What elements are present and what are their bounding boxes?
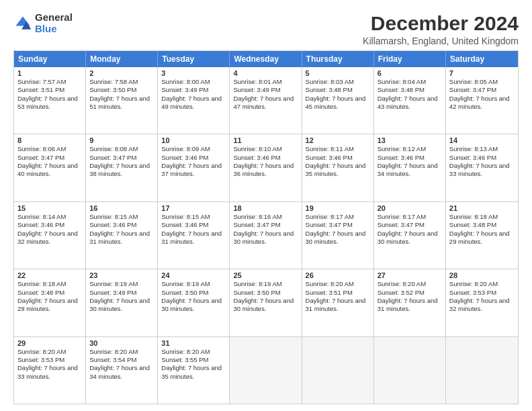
day-number: 15 [17,204,82,212]
day-cell-31: 31Sunrise: 8:20 AMSunset: 3:55 PMDayligh… [158,337,230,404]
empty-cell [230,337,302,404]
day-cell-22: 22Sunrise: 8:18 AMSunset: 3:48 PMDayligh… [14,269,86,336]
sunrise-text: Sunrise: 8:20 AM [161,348,226,356]
sunrise-text: Sunrise: 7:58 AM [89,78,154,86]
day-cell-27: 27Sunrise: 8:20 AMSunset: 3:52 PMDayligh… [374,269,446,336]
daylight-text: Daylight: 7 hours and 30 minutes. [306,230,370,246]
day-number: 31 [161,339,226,347]
daylight-text: Daylight: 7 hours and 31 minutes. [89,230,154,246]
sunset-text: Sunset: 3:50 PM [89,86,154,94]
day-cell-13: 13Sunrise: 8:12 AMSunset: 3:46 PMDayligh… [374,134,446,201]
day-number: 13 [378,136,442,144]
sunset-text: Sunset: 3:52 PM [378,289,442,297]
logo-blue: Blue [35,24,73,35]
daylight-text: Daylight: 7 hours and 35 minutes. [161,364,226,381]
calendar-row-5: 29Sunrise: 8:20 AMSunset: 3:53 PMDayligh… [14,336,518,404]
day-cell-30: 30Sunrise: 8:20 AMSunset: 3:54 PMDayligh… [86,337,158,404]
header-day-friday: Friday [374,51,446,67]
daylight-text: Daylight: 7 hours and 53 minutes. [17,95,82,111]
daylight-text: Daylight: 7 hours and 31 minutes. [161,230,226,246]
day-number: 19 [306,204,370,212]
daylight-text: Daylight: 7 hours and 31 minutes. [378,297,442,314]
daylight-text: Daylight: 7 hours and 40 minutes. [17,162,82,179]
sunrise-text: Sunrise: 8:18 AM [449,213,515,221]
day-cell-28: 28Sunrise: 8:20 AMSunset: 3:53 PMDayligh… [446,269,518,336]
sunrise-text: Sunrise: 8:10 AM [233,145,298,153]
sunset-text: Sunset: 3:49 PM [161,86,226,94]
day-number: 17 [161,204,226,212]
sunrise-text: Sunrise: 8:20 AM [89,348,154,356]
day-number: 26 [306,271,370,279]
day-number: 24 [161,271,226,279]
sunrise-text: Sunrise: 8:14 AM [17,213,82,221]
day-cell-7: 7Sunrise: 8:05 AMSunset: 3:47 PMDaylight… [446,67,518,134]
header: General Blue December 2024 Killamarsh, E… [13,12,519,46]
daylight-text: Daylight: 7 hours and 34 minutes. [89,364,154,381]
sunset-text: Sunset: 3:50 PM [161,289,226,297]
empty-cell [446,337,518,404]
sunset-text: Sunset: 3:53 PM [17,356,82,364]
sunrise-text: Sunrise: 8:05 AM [449,78,515,86]
daylight-text: Daylight: 7 hours and 33 minutes. [17,364,82,381]
header-day-monday: Monday [86,51,158,67]
day-cell-19: 19Sunrise: 8:17 AMSunset: 3:47 PMDayligh… [302,202,374,269]
sunrise-text: Sunrise: 8:18 AM [17,280,82,288]
day-cell-2: 2Sunrise: 7:58 AMSunset: 3:50 PMDaylight… [86,67,158,134]
day-number: 14 [449,136,515,144]
day-cell-3: 3Sunrise: 8:00 AMSunset: 3:49 PMDaylight… [158,67,230,134]
daylight-text: Daylight: 7 hours and 30 minutes. [378,230,442,246]
header-day-wednesday: Wednesday [230,51,302,67]
sunset-text: Sunset: 3:46 PM [161,154,226,162]
sunset-text: Sunset: 3:48 PM [449,221,515,229]
sunrise-text: Sunrise: 8:15 AM [89,213,154,221]
sunrise-text: Sunrise: 8:19 AM [233,280,298,288]
header-day-saturday: Saturday [446,51,518,67]
day-cell-8: 8Sunrise: 8:06 AMSunset: 3:47 PMDaylight… [14,134,86,201]
daylight-text: Daylight: 7 hours and 31 minutes. [306,297,370,314]
daylight-text: Daylight: 7 hours and 29 minutes. [17,297,82,314]
sunset-text: Sunset: 3:49 PM [233,86,298,94]
daylight-text: Daylight: 7 hours and 33 minutes. [449,162,515,179]
day-number: 2 [89,69,154,77]
day-cell-15: 15Sunrise: 8:14 AMSunset: 3:46 PMDayligh… [14,202,86,269]
header-day-tuesday: Tuesday [158,51,230,67]
sunset-text: Sunset: 3:54 PM [89,356,154,364]
sunset-text: Sunset: 3:46 PM [449,154,515,162]
sunset-text: Sunset: 3:46 PM [89,221,154,229]
sunset-text: Sunset: 3:48 PM [306,86,370,94]
day-cell-21: 21Sunrise: 8:18 AMSunset: 3:48 PMDayligh… [446,202,518,269]
calendar-row-3: 15Sunrise: 8:14 AMSunset: 3:46 PMDayligh… [14,201,518,269]
sunrise-text: Sunrise: 8:11 AM [306,145,370,153]
sunrise-text: Sunrise: 8:08 AM [89,145,154,153]
daylight-text: Daylight: 7 hours and 30 minutes. [89,297,154,314]
day-number: 22 [17,271,82,279]
daylight-text: Daylight: 7 hours and 32 minutes. [449,297,515,314]
day-cell-20: 20Sunrise: 8:17 AMSunset: 3:47 PMDayligh… [374,202,446,269]
sunrise-text: Sunrise: 8:03 AM [306,78,370,86]
day-cell-25: 25Sunrise: 8:19 AMSunset: 3:50 PMDayligh… [230,269,302,336]
calendar-header: SundayMondayTuesdayWednesdayThursdayFrid… [14,51,518,67]
day-number: 21 [449,204,515,212]
day-number: 16 [89,204,154,212]
day-cell-26: 26Sunrise: 8:20 AMSunset: 3:51 PMDayligh… [302,269,374,336]
day-number: 23 [89,271,154,279]
sunset-text: Sunset: 3:47 PM [17,154,82,162]
day-number: 28 [449,271,515,279]
daylight-text: Daylight: 7 hours and 51 minutes. [89,95,154,111]
page: General Blue December 2024 Killamarsh, E… [0,0,532,411]
main-title: December 2024 [363,12,519,35]
day-number: 1 [17,69,82,77]
day-cell-6: 6Sunrise: 8:04 AMSunset: 3:48 PMDaylight… [374,67,446,134]
header-day-thursday: Thursday [302,51,374,67]
daylight-text: Daylight: 7 hours and 35 minutes. [306,162,370,179]
day-cell-29: 29Sunrise: 8:20 AMSunset: 3:53 PMDayligh… [14,337,86,404]
calendar: SundayMondayTuesdayWednesdayThursdayFrid… [13,50,519,404]
sunset-text: Sunset: 3:46 PM [378,154,442,162]
sunset-text: Sunset: 3:53 PM [449,289,515,297]
sunrise-text: Sunrise: 8:01 AM [233,78,298,86]
day-number: 5 [306,69,370,77]
empty-cell [302,337,374,404]
day-number: 9 [89,136,154,144]
daylight-text: Daylight: 7 hours and 49 minutes. [161,95,226,111]
day-number: 20 [378,204,442,212]
